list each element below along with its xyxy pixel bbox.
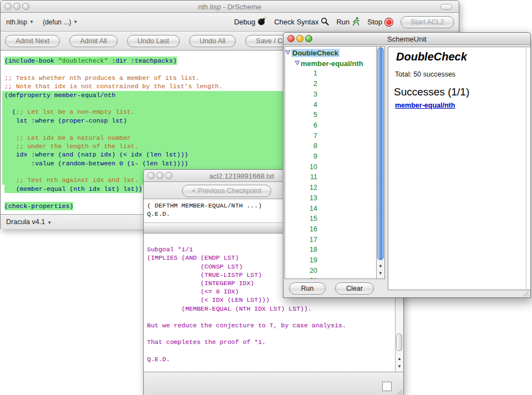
results-heading: DoubleCheck (396, 50, 467, 63)
check-syntax-button[interactable]: Check Syntax (274, 17, 329, 27)
scrollbar-thumb[interactable] (396, 333, 402, 351)
run-tests-button[interactable]: Run (289, 282, 326, 295)
start-acl2-button[interactable]: Start ACL2 (401, 16, 454, 28)
admit-toolbar-button[interactable]: Undo Last (127, 35, 180, 47)
disclosure-triangle-icon[interactable] (295, 58, 300, 68)
zoom-button[interactable] (165, 172, 173, 179)
disclosure-triangle-icon[interactable] (285, 48, 291, 58)
chevron-down-icon: ▼ (29, 19, 34, 24)
tree-case-item[interactable]: 1 (285, 68, 384, 79)
minimize-button[interactable] (156, 172, 164, 179)
drscheme-titlebar[interactable]: nth.lisp - DrScheme (1, 1, 459, 13)
close-button[interactable] (148, 172, 155, 179)
tree-case-item[interactable]: 11 (285, 172, 384, 183)
tree-case-item[interactable]: 10 (285, 162, 384, 173)
window-title: nth.lisp - DrScheme (1, 3, 459, 11)
test-tree-pane[interactable]: DoubleCheck member-equal/nth 12345678910… (285, 46, 385, 279)
debug-button[interactable]: Debug (234, 17, 267, 27)
tree-case-item[interactable]: 6 (285, 120, 384, 131)
tree-item-doublecheck[interactable]: DoubleCheck (285, 48, 384, 58)
tree-case-item[interactable]: 9 (285, 151, 384, 162)
admit-toolbar-button[interactable]: Undo All (189, 35, 236, 47)
resize-grip-icon[interactable] (396, 388, 403, 395)
stop-icon (384, 18, 393, 27)
scroll-up-icon[interactable]: ▲ (377, 262, 384, 270)
toolbar-collapse-button[interactable] (440, 4, 452, 10)
scroll-down-icon[interactable]: ▼ (396, 363, 403, 371)
tree-case-item[interactable]: 8 (285, 141, 384, 151)
admit-toolbar-button[interactable]: Admit Next (5, 35, 60, 47)
resize-grip-icon[interactable] (522, 289, 529, 296)
total-successes-text: Total: 50 successes (395, 70, 455, 78)
results-scroll-gutter (526, 47, 526, 290)
checkbox[interactable] (382, 382, 392, 391)
tree-case-item[interactable]: 12 (285, 183, 384, 193)
successes-heading: Successes (1/1) (394, 86, 469, 98)
tree-case-item[interactable]: 7 (285, 131, 384, 141)
bomb-icon (257, 17, 267, 27)
run-button[interactable]: Run (336, 17, 360, 28)
tree-case-item[interactable]: 13 (285, 193, 384, 204)
defun-dropdown[interactable]: (defun ...)▼ (43, 18, 78, 26)
runner-icon (352, 17, 360, 28)
main-toolbar: nth.lisp▼ (defun ...)▼ Debug Check Synta… (1, 13, 459, 32)
chevron-down-icon: ▼ (73, 19, 78, 24)
previous-checkpoint-button[interactable]: < Previous Checkpoint (182, 185, 271, 197)
tree-case-item[interactable]: 21 (285, 276, 384, 279)
clear-button[interactable]: Clear (335, 282, 374, 295)
schemeunit-titlebar[interactable]: SchemeUnit (283, 33, 530, 45)
tree-case-item[interactable]: 17 (285, 235, 384, 245)
stop-button[interactable]: Stop (367, 18, 393, 27)
chevron-down-icon: ▼ (47, 220, 52, 225)
tree-case-item[interactable]: 14 (285, 204, 384, 214)
tree-case-item[interactable]: 18 (285, 245, 384, 255)
test-result-link[interactable]: member-equal/nth (395, 102, 455, 109)
tree-case-item[interactable]: 20 (285, 266, 384, 276)
dracula-version-dropdown[interactable]: Dracula v4.1▼ (6, 218, 52, 226)
acl2-bottom-bar (144, 372, 403, 395)
tree-case-item[interactable]: 19 (285, 255, 384, 266)
scrollbar-thumb[interactable] (377, 47, 384, 260)
tree-case-item[interactable]: 5 (285, 110, 384, 120)
schemeunit-window: SchemeUnit DoubleCheck member-equal/nth … (283, 32, 531, 298)
search-icon (321, 17, 329, 27)
file-dropdown[interactable]: nth.lisp▼ (6, 18, 34, 26)
admit-toolbar-button[interactable]: Admit All (69, 35, 118, 47)
scroll-up-icon[interactable]: ▲ (396, 355, 403, 363)
results-panel[interactable]: DoubleCheck Total: 50 successes Successe… (388, 47, 531, 290)
tree-case-item[interactable]: 2 (285, 79, 384, 89)
tree-scrollbar[interactable]: ▲ ▼ (376, 47, 384, 278)
tree-case-item[interactable]: 3 (285, 89, 384, 100)
scroll-down-icon[interactable]: ▼ (377, 270, 384, 277)
tree-case-item[interactable]: 16 (285, 224, 384, 235)
window-title: SchemeUnit (283, 35, 530, 43)
tree-item-member-equal-nth[interactable]: member-equal/nth (285, 58, 384, 69)
window-title: acl2.1219891668.txt (209, 172, 274, 180)
tree-case-item[interactable]: 15 (285, 214, 384, 224)
tree-case-item[interactable]: 4 (285, 100, 384, 110)
